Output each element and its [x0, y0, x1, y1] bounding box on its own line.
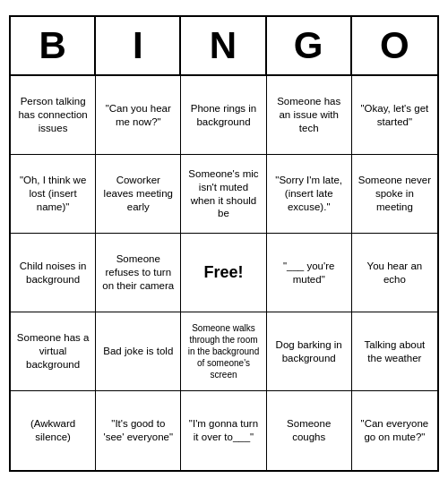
- bingo-cell-14: You hear an echo: [352, 234, 437, 312]
- bingo-cell-4: "Okay, let's get started": [352, 76, 437, 155]
- free-space: Free!: [181, 234, 266, 312]
- bingo-header: BINGO: [11, 17, 437, 76]
- bingo-cell-2: Phone rings in background: [181, 76, 266, 155]
- bingo-cell-10: Child noises in background: [11, 234, 96, 312]
- bingo-cell-20: (Awkward silence): [11, 391, 96, 470]
- bingo-letter-i: I: [96, 17, 181, 74]
- bingo-cell-16: Bad joke is told: [96, 312, 181, 391]
- bingo-cell-23: Someone coughs: [267, 391, 352, 470]
- bingo-cell-3: Someone has an issue with tech: [267, 76, 352, 155]
- bingo-cell-15: Someone has a virtual background: [11, 312, 96, 391]
- bingo-cell-13: "___ you're muted": [267, 234, 352, 312]
- bingo-cell-7: Someone's mic isn't muted when it should…: [181, 155, 266, 234]
- bingo-cell-5: "Oh, I think we lost (insert name)": [11, 155, 96, 234]
- bingo-grid: Person talking has connection issues"Can…: [11, 76, 437, 470]
- bingo-letter-o: O: [352, 17, 437, 74]
- bingo-cell-19: Talking about the weather: [352, 312, 437, 391]
- bingo-letter-g: G: [267, 17, 352, 74]
- bingo-cell-22: "I'm gonna turn it over to___": [181, 391, 266, 470]
- bingo-cell-24: "Can everyone go on mute?": [352, 391, 437, 470]
- bingo-letter-b: B: [11, 17, 96, 74]
- bingo-cell-21: "It's good to 'see' everyone": [96, 391, 181, 470]
- bingo-cell-1: "Can you hear me now?": [96, 76, 181, 155]
- bingo-cell-18: Dog barking in background: [267, 312, 352, 391]
- bingo-cell-11: Someone refuses to turn on their camera: [96, 234, 181, 312]
- bingo-card: BINGO Person talking has connection issu…: [9, 15, 439, 472]
- bingo-letter-n: N: [181, 17, 266, 74]
- bingo-cell-9: Someone never spoke in meeting: [352, 155, 437, 234]
- bingo-cell-0: Person talking has connection issues: [11, 76, 96, 155]
- bingo-cell-6: Coworker leaves meeting early: [96, 155, 181, 234]
- bingo-cell-8: "Sorry I'm late, (insert late excuse).": [267, 155, 352, 234]
- bingo-cell-17: Someone walks through the room in the ba…: [181, 312, 266, 391]
